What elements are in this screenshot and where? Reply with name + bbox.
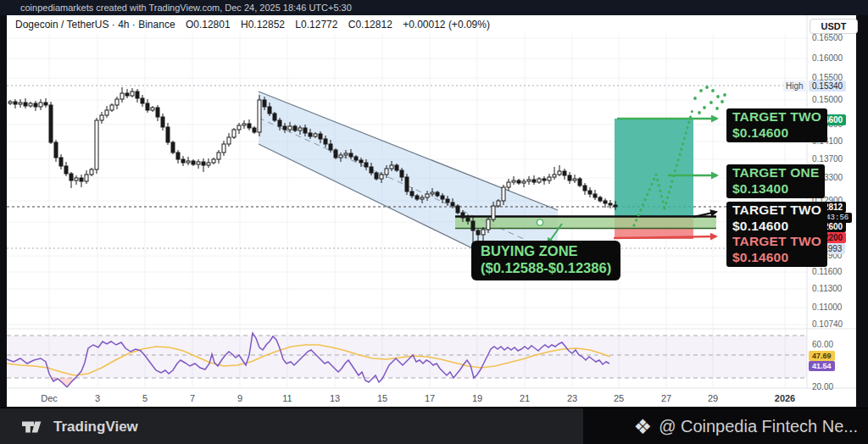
entry-stop-label[interactable]: TARGET TWO $0.14600 TARGET TWO $0.14600 — [726, 202, 827, 267]
target-one-line2: $0.13400 — [732, 181, 819, 197]
candle-body — [166, 127, 170, 142]
buying-zone-label[interactable]: BUYING ZONE ($0.12588-$0.12386) — [471, 241, 620, 280]
candle-body — [553, 175, 556, 177]
candle-body — [171, 142, 175, 153]
candle-body — [227, 137, 231, 144]
candle-body — [125, 93, 129, 96]
candle-body — [573, 179, 576, 180]
candle-body — [309, 133, 312, 136]
candle-body — [115, 99, 119, 105]
ohlc-close: C0.12812 — [348, 19, 392, 31]
candle-body — [156, 108, 159, 117]
candle-body — [395, 165, 398, 170]
candle-body — [237, 125, 241, 130]
candle-body — [176, 153, 180, 159]
candle-body — [314, 134, 317, 136]
projection-dot — [698, 111, 701, 114]
candle-body — [375, 173, 378, 179]
projection-dot — [721, 100, 724, 103]
candle-body — [197, 162, 200, 164]
candle-body — [609, 203, 612, 205]
candle-body — [537, 179, 541, 182]
candle-body — [253, 128, 256, 132]
target-two-top-line1: TARGET TWO — [732, 109, 821, 125]
target-two-top-line2: $0.14600 — [732, 125, 821, 142]
entry-label-line1: TARGET TWO — [732, 203, 821, 219]
stop-label-line1: TARGET TWO — [732, 234, 821, 250]
candle-body — [446, 199, 449, 203]
candle-body — [303, 128, 307, 133]
candle-body — [385, 169, 388, 175]
candle-body — [151, 108, 154, 110]
candle-body — [39, 103, 42, 107]
candle-body — [583, 186, 587, 191]
candle-body — [161, 117, 164, 127]
candle-body — [476, 230, 480, 235]
buying-zone-line2: ($0.12588-$0.12386) — [481, 260, 611, 277]
entry-label-line2: $0.14600 — [732, 219, 821, 235]
projection-dot — [705, 86, 709, 89]
ohlc-low: L0.12772 — [295, 19, 337, 31]
candle-body — [588, 191, 592, 194]
candle-body — [44, 103, 47, 105]
candle-body — [207, 163, 210, 165]
candle-body — [232, 130, 236, 137]
candle-body — [542, 179, 546, 180]
channel-fill — [259, 92, 558, 261]
projection-dot — [711, 89, 715, 92]
candle-body — [268, 107, 271, 114]
candle-body — [49, 105, 53, 142]
candle-body — [334, 150, 337, 158]
candle-body — [400, 170, 403, 177]
candle-body — [364, 163, 368, 167]
candle-body — [548, 177, 551, 180]
candle-body — [293, 126, 297, 130]
projection-dot — [703, 106, 706, 109]
symbol-header: Dogecoin / TetherUS · 4h · Binance O0.12… — [15, 19, 498, 31]
candle-body — [456, 206, 459, 213]
candle-body — [487, 219, 490, 230]
candle-body — [242, 124, 246, 125]
candle-body — [415, 196, 419, 199]
candle-body — [120, 93, 124, 99]
candle-body — [14, 102, 17, 104]
currency-toggle-button[interactable]: USDT — [810, 19, 858, 34]
candle-body — [522, 181, 526, 183]
target-one-label[interactable]: TARGET ONE $0.13400 — [726, 164, 825, 198]
projection-dot — [709, 101, 713, 104]
candle-body — [436, 192, 439, 196]
candle-body — [593, 194, 597, 197]
candle-body — [614, 205, 617, 207]
candle-body — [273, 114, 276, 120]
candle-body — [461, 213, 465, 218]
candle-body — [354, 157, 358, 160]
candle-body — [186, 161, 190, 163]
candle-body — [141, 98, 144, 103]
candle-body — [441, 196, 444, 199]
stop-label-line2: $0.14600 — [732, 250, 821, 266]
candle-body — [339, 155, 342, 158]
target-one-line1: TARGET ONE — [732, 165, 819, 181]
projection-dot — [716, 95, 720, 98]
candle-body — [217, 153, 220, 159]
candle-body — [502, 187, 505, 201]
candle-body — [359, 160, 363, 163]
candle-body — [85, 175, 88, 181]
candle-body — [19, 103, 22, 104]
projection-dot — [693, 97, 697, 100]
target-two-top-label[interactable]: TARGET TWO $0.14600 — [726, 108, 827, 142]
tradingview-snapshot: coinpediamarkets created with TradingVie… — [0, 0, 868, 444]
zone-handle — [537, 219, 543, 225]
candle-body — [410, 191, 414, 196]
candle-body — [80, 178, 83, 181]
candle-body — [24, 103, 27, 106]
candle-body — [59, 158, 63, 166]
symbol-title[interactable]: Dogecoin / TetherUS · 4h · Binance — [15, 19, 175, 31]
candle-body — [481, 230, 485, 235]
candle-body — [29, 103, 32, 106]
candle-body — [110, 105, 114, 110]
projection-dot — [723, 93, 726, 97]
candle-body — [558, 171, 561, 175]
candle-body — [131, 92, 134, 96]
ohlc-high: H0.12852 — [241, 19, 285, 31]
